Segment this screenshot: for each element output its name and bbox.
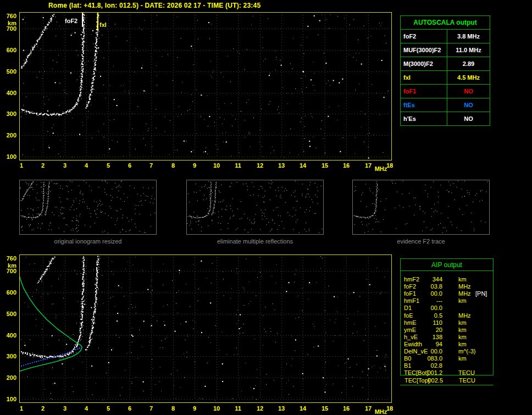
x-axis-tick-9: 9 xyxy=(188,162,201,169)
x-axis-tick-11: 11 xyxy=(231,162,245,169)
thumbnail-multiple-reflections-removed xyxy=(186,180,324,235)
aip-param-value: 002.5 xyxy=(417,377,443,384)
aip-param-value: 083.0 xyxy=(416,355,442,362)
fxi-frequency-label: fxI xyxy=(99,21,107,28)
aip-param-value: --- xyxy=(416,297,442,304)
ionogram-plot-profile xyxy=(19,254,392,403)
x-axis-tick-8: 8 xyxy=(167,405,180,412)
aip-param-value: 03.8 xyxy=(416,283,442,290)
aip-param-flag: [PN] xyxy=(475,290,487,297)
x-axis-tick-15: 15 xyxy=(318,162,331,169)
x-axis-tick-16: 16 xyxy=(340,162,353,169)
x-axis-tick-5: 5 xyxy=(102,405,115,412)
x-axis-tick-5: 5 xyxy=(102,162,115,169)
aip-param-name: D1 xyxy=(404,305,412,311)
autoscala-param-value: 4.5 MHz xyxy=(447,71,490,85)
autoscala-output-table: AUTOSCALA output foF23.8 MHzMUF(3000)F21… xyxy=(400,15,490,126)
aip-param-unit: km xyxy=(458,276,467,283)
thumbnail-canvas-original xyxy=(20,180,156,234)
autoscala-table-title: AUTOSCALA output xyxy=(401,16,490,30)
aip-panel-title: AIP output xyxy=(401,261,493,269)
x-axis-tick-17: 17 xyxy=(362,162,375,169)
aip-param-unit: km xyxy=(458,327,467,333)
aip-row-Ewidth: Ewidth94km xyxy=(401,341,493,348)
y-axis-tick-500: 500 xyxy=(1,311,16,317)
aip-param-unit: TECU xyxy=(458,369,475,376)
x-axis-tick-1: 1 xyxy=(15,405,28,412)
y-axis-tick-300: 300 xyxy=(1,353,16,359)
thumbnail-canvas-f2-trace xyxy=(353,180,489,234)
x-axis-tick-13: 13 xyxy=(275,162,288,169)
aip-param-name: B1 xyxy=(404,362,411,369)
aip-row-TEC-Top-: TEC[Top]002.5TECU xyxy=(401,377,494,384)
autoscala-row-M(3000)F2: M(3000)F22.89 xyxy=(401,57,490,71)
aip-row-h-vE: h_vE138km xyxy=(401,334,493,341)
y-axis-tick-760: 760 xyxy=(1,255,16,262)
aip-param-name: foF1 xyxy=(404,290,416,297)
x-axis-tick-4: 4 xyxy=(80,405,93,412)
aip-param-value: 02.8 xyxy=(416,362,442,369)
aip-param-unit: km xyxy=(458,297,467,304)
y-axis-tick-200: 200 xyxy=(1,132,16,139)
autoscala-param-label: foF1 xyxy=(401,85,447,98)
y-axis-tick-600: 600 xyxy=(1,289,16,296)
y-axis-tick-600: 600 xyxy=(1,47,16,53)
aip-row-foF2: foF203.8MHz xyxy=(401,283,493,290)
y-axis-tick-400: 400 xyxy=(1,90,16,96)
autoscala-param-label: ftEs xyxy=(401,98,447,112)
y-axis-tick-100: 100 xyxy=(1,153,16,160)
x-axis-tick-17: 17 xyxy=(362,405,375,412)
thumbnail-caption-original: original ionogram resized xyxy=(19,238,157,245)
aip-param-value: 00.0 xyxy=(416,290,442,297)
aip-param-value: 0.5 xyxy=(416,312,442,319)
aip-row-DelN-vE: DelN_vE00.0m^(-3) xyxy=(401,348,493,355)
x-axis-tick-6: 6 xyxy=(123,405,136,412)
aip-bottom-line xyxy=(400,385,494,385)
autoscala-row-fxI: fxI4.5 MHz xyxy=(401,71,490,85)
autoscala-param-label: h'Es xyxy=(401,112,447,126)
autoscala-row-h'Es: h'EsNO xyxy=(401,112,490,126)
x-axis-tick-2: 2 xyxy=(36,405,49,412)
aip-param-unit: m^(-3) xyxy=(458,348,475,355)
aip-param-name: foF2 xyxy=(404,283,416,290)
aip-row-hmE: hmE110km xyxy=(401,319,493,327)
y-axis-tick-700: 700 xyxy=(1,25,16,32)
aip-param-value: 110 xyxy=(416,319,442,326)
aip-row-B0: B0083.0km xyxy=(401,355,493,362)
x-axis-tick-6: 6 xyxy=(123,162,136,169)
aip-row-hmF1: hmF1---km xyxy=(401,297,493,305)
thumbnail-f2-trace-evidence xyxy=(352,180,490,235)
aip-param-unit: km xyxy=(458,341,467,347)
autoscala-row-ftEs: ftEsNO xyxy=(401,98,490,112)
aip-row-TEC-Bot-: TEC[Bot]001.2TECU xyxy=(401,369,493,377)
aip-row-D1: D100.0 xyxy=(401,305,493,312)
thumbnail-canvas-no-multiples xyxy=(187,180,323,234)
aip-param-value: 138 xyxy=(416,334,442,340)
x-axis-tick-11: 11 xyxy=(231,405,245,412)
autoscala-row-foF2: foF23.8 MHz xyxy=(401,30,490,43)
x-axis-tick-9: 9 xyxy=(188,405,201,412)
autoscala-param-label: MUF(3000)F2 xyxy=(401,43,447,57)
autoscala-window: Rome (lat: +41.8, lon: 012.5) - DATE: 20… xyxy=(0,0,532,415)
aip-param-name: ymE xyxy=(404,327,416,333)
aip-param-unit: km xyxy=(458,319,467,326)
x-axis-tick-2: 2 xyxy=(36,162,49,169)
aip-param-value: 00.0 xyxy=(416,305,442,311)
fxi-frequency-line xyxy=(97,13,98,30)
autoscala-row-foF1: foF1NO xyxy=(401,85,490,98)
x-axis-tick-1: 1 xyxy=(15,162,28,169)
y-axis-tick-200: 200 xyxy=(1,374,16,381)
x-axis-tick-10: 10 xyxy=(210,405,223,412)
aip-row-foE: foE0.5MHz xyxy=(401,312,493,319)
x-axis-tick-12: 12 xyxy=(253,162,267,169)
aip-row-foF1: foF100.0MHz[PN] xyxy=(401,290,493,297)
y-axis-tick-300: 300 xyxy=(1,110,16,117)
aip-param-unit: TECU xyxy=(459,377,475,384)
y-axis-tick-400: 400 xyxy=(1,332,16,339)
ionogram-canvas-top xyxy=(20,13,391,160)
aip-param-unit: km xyxy=(458,334,467,340)
autoscala-param-value: NO xyxy=(447,85,490,98)
fof2-frequency-line xyxy=(82,13,83,27)
aip-output-panel: AIP output hmF2344kmfoF203.8MHzfoF100.0M… xyxy=(400,258,494,375)
aip-title-separator xyxy=(401,270,493,271)
